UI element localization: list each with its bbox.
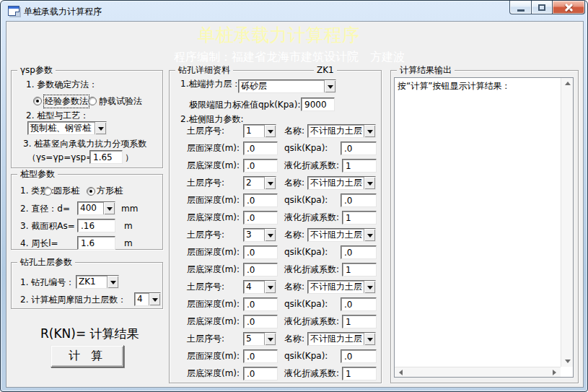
radio-square-pile[interactable] [87, 187, 95, 196]
scroll-right-icon [553, 370, 559, 375]
dropdown-arrow-icon [107, 276, 118, 288]
borehole-no-select[interactable]: ZK1 [76, 275, 119, 289]
borehole-soil-group: 钻孔土层参数 1. 钻孔编号： ZK1 2. 计算桩周摩阻力土层数： 4 [11, 262, 163, 309]
borehole-group-legend: 钻孔土层参数 [17, 257, 75, 268]
layer1-qsik-input[interactable]: .0 [341, 141, 377, 155]
layer-row: 层面深度(m): .0 qsik(Kpa): .0 [170, 141, 381, 156]
layer1-seq-select[interactable]: 1 [243, 124, 276, 138]
close-icon [564, 4, 574, 12]
layer1-liq-input[interactable]: 1 [342, 159, 377, 173]
radio-static-label[interactable]: 静载试验法 [99, 96, 142, 107]
radio-empirical-method[interactable] [33, 97, 42, 105]
scroll-up-icon [565, 79, 571, 85]
layer-row: 土层序号: 2 名称: 不计阻力土层 [170, 176, 381, 191]
dropdown-arrow-icon [103, 202, 115, 214]
dropdown-arrow-icon [324, 80, 335, 92]
layer3-name-select[interactable]: 不计阻力土层 [307, 228, 376, 242]
layer5-liq-input[interactable]: 1 [342, 367, 377, 380]
layer1-bottom-input[interactable]: .0 [243, 159, 278, 173]
layer2-liq-input[interactable]: 1 [342, 211, 377, 225]
layer-seq-value: 2 [244, 177, 264, 189]
close-button[interactable] [552, 1, 585, 14]
layer3-liq-input[interactable]: 1 [342, 263, 377, 276]
perimeter-label: 4. 周长l= [20, 238, 58, 249]
layer-row: 层底深度(m): .0 液化折减系数: 1 [170, 263, 381, 277]
bearing-layer-select[interactable]: 砾砂层 [238, 79, 336, 93]
layer-seq-value: 3 [244, 229, 264, 241]
friction-layers-label: 2. 计算桩周摩阻力土层数： [20, 295, 126, 305]
layer-liq-label: 液化折减系数: [284, 316, 339, 327]
side-resistance-label: 2.桩侧阻力参数: [180, 114, 244, 125]
layer3-top-input[interactable]: .0 [243, 245, 278, 259]
layer5-bottom-input[interactable]: .0 [243, 367, 278, 380]
layer-top-label: 层面深度(m): [187, 351, 240, 362]
perimeter-input[interactable]: 1.6 [77, 236, 115, 250]
layer-bottom-label: 层底深度(m): [187, 160, 240, 171]
layer-seq-label: 土层序号: [187, 178, 224, 188]
dropdown-arrow-icon [364, 333, 375, 345]
minimize-button[interactable] [509, 1, 532, 14]
layer4-bottom-input[interactable]: .0 [243, 315, 278, 328]
radio-static-load-test[interactable] [88, 97, 97, 105]
method-label: 1. 参数确定方法： [26, 79, 97, 90]
friction-layers-select[interactable]: 4 [134, 292, 161, 306]
dropdown-arrow-icon [264, 177, 276, 189]
calculate-button[interactable]: 计 算 [51, 345, 124, 367]
dropdown-arrow-icon [364, 177, 375, 189]
layer4-seq-select[interactable]: 4 [243, 280, 276, 294]
layer-bottom-label: 层底深度(m): [187, 368, 240, 379]
result-line: R(KN)= 计算结果 [40, 326, 139, 342]
scroll-down-button[interactable] [561, 356, 574, 367]
dropdown-arrow-icon [264, 125, 276, 137]
layer3-seq-select[interactable]: 3 [243, 228, 276, 242]
app-window: 单桩承载力计算程序 单桩承载力计算程序 程序编制：福建省龙海市建筑设计院 方建波… [0, 0, 588, 392]
scroll-up-button[interactable] [561, 78, 574, 89]
layer5-top-input[interactable]: .0 [243, 349, 278, 363]
layer2-seq-select[interactable]: 2 [243, 176, 276, 190]
radio-round-label[interactable]: 圆形桩 [53, 186, 79, 196]
dropdown-arrow-icon [364, 281, 375, 293]
layer3-qsik-input[interactable]: .0 [341, 245, 377, 259]
qpk-input[interactable]: 9000 [301, 97, 335, 111]
scroll-left-button[interactable] [395, 367, 407, 378]
area-input[interactable]: .16 [77, 219, 115, 232]
pile-group-legend: 桩型参数 [17, 169, 58, 180]
layer-liq-label: 液化折减系数: [284, 368, 339, 379]
layer-top-label: 层面深度(m): [187, 299, 240, 310]
layer4-top-input[interactable]: .0 [243, 297, 278, 311]
layer-name-label: 名称: [284, 334, 304, 344]
layer2-name-select[interactable]: 不计阻力土层 [307, 176, 376, 190]
borehole-detail-group: 钻孔详细资料 ZK1 1.桩端持力层： 砾砂层 极限端阻力标准值qpk(Kpa)… [169, 70, 382, 383]
layer2-top-input[interactable]: .0 [243, 193, 278, 207]
layer2-bottom-input[interactable]: .0 [243, 211, 278, 225]
radio-square-label[interactable]: 方形桩 [97, 186, 123, 196]
radio-empirical-label[interactable]: 经验参数法 [45, 96, 88, 107]
layer3-bottom-input[interactable]: .0 [243, 263, 278, 276]
layer4-name-select[interactable]: 不计阻力土层 [307, 280, 376, 294]
diameter-select[interactable]: 400 [77, 201, 115, 215]
minimize-icon [517, 9, 525, 12]
scroll-right-button[interactable] [548, 367, 561, 378]
layer2-qsik-input[interactable]: .0 [341, 193, 377, 207]
vertical-scrollbar[interactable] [561, 78, 573, 367]
layer4-qsik-input[interactable]: .0 [341, 297, 377, 311]
output-group-legend: 计算结果输出 [397, 65, 455, 76]
layer1-name-select[interactable]: 不计阻力土层 [307, 124, 376, 138]
horizontal-scrollbar[interactable] [395, 367, 561, 377]
layer5-seq-select[interactable]: 5 [243, 332, 276, 346]
layer5-name-select[interactable]: 不计阻力土层 [307, 332, 376, 346]
layer-seq-value: 4 [244, 281, 264, 293]
dropdown-arrow-icon [95, 122, 106, 134]
result-output-textarea[interactable]: 按“计算”按钮显示计算结果： [394, 77, 574, 378]
layer1-top-input[interactable]: .0 [243, 141, 278, 155]
gsp-factor-input[interactable]: 1.65 [89, 150, 123, 164]
layer4-liq-input[interactable]: 1 [342, 315, 377, 328]
pile-type-select[interactable]: 预制桩、钢管桩 [27, 121, 107, 135]
layer5-qsik-input[interactable]: .0 [341, 349, 377, 363]
window-icon [8, 6, 19, 16]
titlebar[interactable]: 单桩承载力计算程序 [1, 1, 587, 21]
output-placeholder-text: 按“计算”按钮显示计算结果： [398, 80, 557, 92]
page-subtitle: 程序编制：福建省龙海市建筑设计院 方建波 [141, 50, 437, 65]
maximize-button[interactable] [531, 1, 553, 14]
radio-round-pile[interactable] [43, 187, 52, 196]
